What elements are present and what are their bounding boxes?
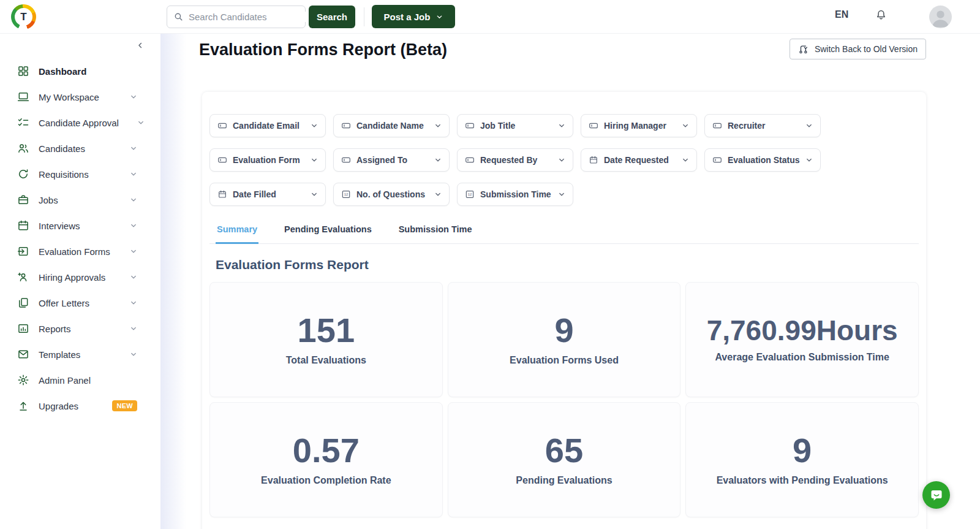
sidebar-item-candidate-approval[interactable]: Candidate Approval [0,110,159,135]
checklist-icon [17,116,29,129]
filter-requested-by[interactable]: Requested By [457,148,573,172]
tab-submission-time[interactable]: Submission Time [398,221,473,243]
filter-recruiter[interactable]: Recruiter [704,114,821,137]
filter-candidate-email[interactable]: Candidate Email [209,114,326,137]
user-avatar[interactable] [929,6,952,28]
tab-pending-evaluations[interactable]: Pending Evaluations [283,221,373,243]
sync-icon [17,168,29,180]
stat-value: 9 [793,433,812,468]
language-selector[interactable]: EN [835,9,848,20]
filter-no-of-questions[interactable]: 12No. of Questions [333,183,450,206]
chat-launcher-button[interactable] [922,481,950,509]
app-logo: T [11,4,36,29]
post-a-job-button[interactable]: Post a Job [372,5,455,28]
sidebar-item-interviews[interactable]: Interviews [0,213,159,238]
tag-icon [341,155,351,165]
filter-date-requested[interactable]: Date Requested [581,148,697,172]
sidebar-item-templates[interactable]: Templates [0,341,159,367]
filter-candidate-name[interactable]: Candidate Name [333,114,450,137]
topbar: T Search Post a Job EN [0,0,980,34]
sidebar-item-dashboard[interactable]: Dashboard [0,58,159,84]
switch-back-button[interactable]: Switch Back to Old Version [790,39,926,59]
tag-icon [217,121,227,131]
tag-icon [465,155,475,165]
filter-label: No. of Questions [356,189,429,199]
chevron-down-icon [436,13,443,20]
search-input[interactable] [189,12,311,22]
stat-value: 151 [298,313,355,348]
sidebar-item-label: Hiring Approvals [39,272,105,283]
sidebar-item-jobs[interactable]: Jobs [0,187,159,213]
filter-label: Recruiter [728,121,800,131]
number-icon: 12 [465,189,475,199]
filter-label: Assigned To [356,155,429,165]
sidebar-item-requisitions[interactable]: Requisitions [0,161,159,187]
filter-label: Submission Time [480,189,552,199]
sidebar-item-upgrades[interactable]: UpgradesNEW [0,393,159,419]
search-icon [173,12,184,22]
filter-job-title[interactable]: Job Title [457,114,573,137]
search-box [167,6,306,28]
tab-summary[interactable]: Summary [216,221,258,244]
sidebar: DashboardMy WorkspaceCandidate ApprovalC… [0,34,159,529]
filter-hiring-manager[interactable]: Hiring Manager [581,114,697,137]
chevron-down-icon [130,325,137,332]
chevron-down-icon [311,156,318,164]
filter-submission-time[interactable]: 12Submission Time [457,183,573,206]
sidebar-item-label: Admin Panel [39,375,91,386]
stat-card-evaluation-completion-rate: 0.57Evaluation Completion Rate [209,402,443,517]
sidebar-item-admin-panel[interactable]: Admin Panel [0,367,159,393]
sidebar-item-hiring-approvals[interactable]: Hiring Approvals [0,264,159,290]
sidebar-item-label: Dashboard [39,66,86,77]
filter-evaluation-form[interactable]: Evaluation Form [209,148,326,172]
filter-label: Requested By [480,155,552,165]
svg-text:12: 12 [468,192,472,196]
filter-row: Evaluation FormAssigned ToRequested ByDa… [209,148,919,172]
upload-icon [17,400,29,412]
tag-icon [712,155,722,165]
chevron-down-icon [682,156,689,164]
report-panel: Candidate EmailCandidate NameJob TitleHi… [202,92,926,529]
stat-card-evaluation-forms-used: 9Evaluation Forms Used [448,282,681,397]
chevron-down-icon [130,222,137,229]
chevron-down-icon [137,119,145,126]
sidebar-item-label: Candidate Approval [39,118,119,128]
sidebar-collapse-button[interactable] [136,41,145,52]
dashboard-icon [17,65,29,77]
chevron-down-icon [558,191,565,198]
chevron-down-icon [130,196,137,204]
tag-icon [217,155,227,165]
notification-bell[interactable] [875,9,888,24]
calendar-icon [17,219,29,232]
chevron-down-icon [311,122,318,129]
stat-value: 65 [545,433,583,468]
stat-label: Evaluators with Pending Evaluations [717,475,888,486]
search-button[interactable]: Search [309,6,355,28]
svg-text:12: 12 [344,192,349,196]
filter-date-filled[interactable]: Date Filled [209,183,326,206]
filter-assigned-to[interactable]: Assigned To [333,148,450,172]
stat-card-pending-evaluations: 65Pending Evaluations [448,402,681,517]
sidebar-item-offer-letters[interactable]: Offer Letters [0,290,159,316]
filter-label: Evaluation Status [728,155,800,165]
chevron-down-icon [311,191,318,198]
filter-evaluation-status[interactable]: Evaluation Status [704,148,821,172]
bar-chart-icon [17,322,29,335]
stat-card-total-evaluations: 151Total Evaluations [209,282,443,397]
sidebar-item-label: Reports [39,324,71,334]
sidebar-item-label: My Workspace [39,92,99,102]
logo-letter: T [20,11,26,23]
chevron-down-icon [130,170,137,178]
switch-back-label: Switch Back to Old Version [815,44,918,54]
report-heading: Evaluation Forms Report [216,257,913,272]
sidebar-item-candidates[interactable]: Candidates [0,135,159,161]
calendar-icon [217,189,227,199]
stat-label: Evaluation Completion Rate [261,475,391,486]
sidebar-item-reports[interactable]: Reports [0,316,159,341]
tag-icon [465,121,475,131]
sidebar-item-evaluation-forms[interactable]: Evaluation Forms [0,238,159,264]
sidebar-item-label: Offer Letters [39,298,89,308]
sidebar-item-label: Upgrades [39,401,78,411]
sidebar-item-my-workspace[interactable]: My Workspace [0,84,159,110]
tag-icon [712,121,722,131]
